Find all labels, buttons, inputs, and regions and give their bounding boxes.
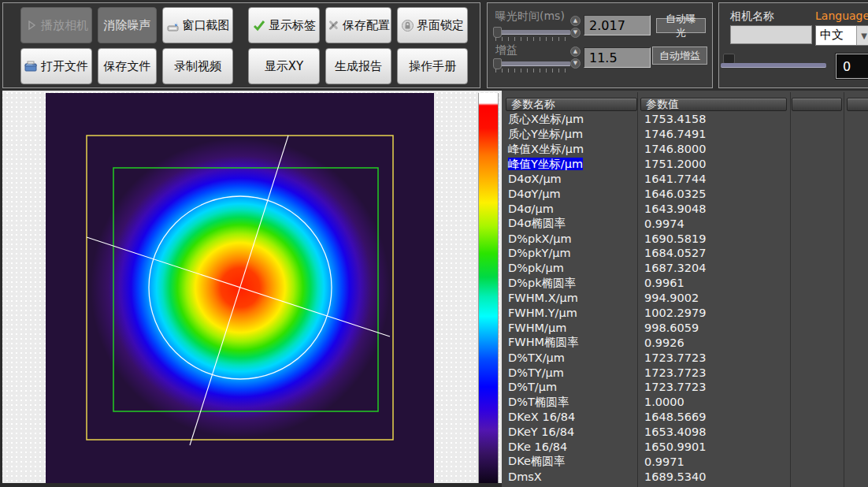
- toolbar-button-group: 播放相机消除噪声窗口截图显示标签保存配置界面锁定 打开文件保存文件录制视频显示X…: [2, 2, 480, 88]
- language-label: Language: [815, 9, 868, 22]
- record-video-button[interactable]: 录制视频: [162, 48, 233, 84]
- param-name[interactable]: FWHM.X/μm: [502, 292, 638, 304]
- param-value: 1.0000: [638, 396, 684, 408]
- show-xy-button[interactable]: 显示XY: [248, 48, 320, 84]
- exposure-slider-thumb[interactable]: [493, 27, 502, 38]
- param-name[interactable]: D4σ/μm: [502, 203, 638, 215]
- camera-slider-value[interactable]: 0: [836, 54, 868, 79]
- table-row[interactable]: DKeY 16/841653.4098: [502, 425, 868, 440]
- table-header-extra2[interactable]: [847, 98, 868, 111]
- param-name[interactable]: DKeY 16/84: [502, 426, 638, 438]
- table-row[interactable]: DmsX1689.5340: [502, 469, 868, 484]
- param-name[interactable]: DKeX 16/84: [502, 411, 638, 423]
- table-row[interactable]: FWHM/μm998.6059: [502, 320, 868, 335]
- table-header-value[interactable]: 参数值: [640, 98, 787, 111]
- table-row[interactable]: DKe 16/841650.9901: [502, 440, 868, 455]
- param-value: 0.9926: [638, 336, 684, 349]
- table-row[interactable]: D%pk/μm1687.3204: [502, 261, 868, 276]
- table-row[interactable]: FWHM.Y/μm1002.2979: [502, 306, 868, 321]
- gain-value-field[interactable]: 11.5: [584, 47, 651, 68]
- param-name[interactable]: DmsX: [502, 470, 638, 483]
- param-value: 1746.7491: [638, 128, 706, 140]
- param-name[interactable]: FWHM/μm: [502, 322, 638, 334]
- user-manual-button[interactable]: 操作手册: [397, 48, 468, 84]
- param-value: 1723.7723: [638, 366, 706, 379]
- gain-spin-up-icon[interactable]: ▲: [570, 46, 581, 57]
- param-name[interactable]: FWHM.Y/μm: [502, 307, 638, 319]
- camera-slider[interactable]: [721, 63, 826, 68]
- record-video-button-label: 录制视频: [174, 59, 221, 74]
- table-row[interactable]: 质心X坐标/μm1753.4158: [502, 112, 868, 127]
- param-name[interactable]: 质心X坐标/μm: [502, 112, 638, 127]
- lock-ui-button-label: 界面锁定: [417, 18, 464, 33]
- chevron-down-icon[interactable]: ▼: [856, 26, 868, 45]
- table-row[interactable]: D4σ/μm1643.9048: [502, 201, 868, 216]
- table-header-extra1[interactable]: [792, 98, 842, 111]
- table-row[interactable]: 质心Y坐标/μm1746.7491: [502, 127, 868, 142]
- param-name[interactable]: D%TX/μm: [502, 351, 638, 364]
- screenshot-icon: [166, 19, 180, 32]
- param-value: 1689.5340: [638, 470, 706, 483]
- param-name[interactable]: D%pk椭圆率: [502, 276, 638, 291]
- open-file-button[interactable]: 打开文件: [20, 48, 92, 84]
- lock-ui-button[interactable]: 界面锁定: [397, 7, 468, 43]
- save-config-button[interactable]: 保存配置: [325, 7, 391, 43]
- table-row[interactable]: D4σ椭圆率0.9974: [502, 216, 868, 231]
- param-name[interactable]: FWHM椭圆率: [502, 335, 638, 350]
- generate-report-button[interactable]: 生成报告: [325, 48, 391, 84]
- param-name[interactable]: DKe椭圆率: [502, 454, 638, 469]
- camera-name-label: 相机名称: [730, 9, 774, 24]
- auto-gain-button[interactable]: 自动增益: [652, 46, 707, 65]
- table-row[interactable]: D%TX/μm1723.7723: [502, 350, 868, 365]
- table-header-name[interactable]: 参数名称: [506, 98, 637, 111]
- table-row[interactable]: DKe椭圆率0.9971: [502, 454, 868, 469]
- param-name[interactable]: D4σX/μm: [502, 173, 638, 185]
- gain-slider-thumb[interactable]: [493, 58, 502, 69]
- param-name[interactable]: D%T/μm: [502, 381, 638, 393]
- param-name[interactable]: D%pk/μm: [502, 262, 638, 274]
- table-row[interactable]: D%TY/μm1723.7723: [502, 365, 868, 380]
- param-value: 1648.5669: [638, 411, 706, 423]
- denoise-button[interactable]: 消除噪声: [98, 7, 157, 43]
- save-file-button[interactable]: 保存文件: [98, 48, 157, 84]
- play-camera-button[interactable]: 播放相机: [20, 7, 92, 43]
- table-row[interactable]: D%T/μm1723.7723: [502, 380, 868, 395]
- open-file-icon: [24, 60, 38, 73]
- param-name[interactable]: D%TY/μm: [502, 366, 638, 379]
- show-labels-button[interactable]: 显示标签: [248, 7, 320, 43]
- language-select[interactable]: 中文 ▼: [815, 25, 868, 46]
- gain-spin-down-icon[interactable]: ▼: [570, 58, 581, 69]
- exposure-spin-up-icon[interactable]: ▲: [570, 16, 581, 26]
- param-value: 1746.8000: [638, 143, 706, 155]
- table-row[interactable]: D%T椭圆率1.0000: [502, 395, 868, 410]
- param-name[interactable]: D%pkY/μm: [502, 247, 638, 259]
- param-name[interactable]: 质心Y坐标/μm: [502, 127, 638, 142]
- table-row[interactable]: D4σX/μm1641.7744: [502, 172, 868, 187]
- param-name[interactable]: DKe 16/84: [502, 441, 638, 453]
- exposure-value-field[interactable]: 2.017: [584, 15, 651, 35]
- table-row[interactable]: 峰值Y坐标/μm1751.2000: [502, 157, 868, 172]
- param-name[interactable]: D4σ椭圆率: [502, 216, 638, 231]
- table-row[interactable]: FWHM椭圆率0.9926: [502, 335, 868, 350]
- table-row[interactable]: D%pkY/μm1684.0527: [502, 246, 868, 261]
- camera-name-input[interactable]: [730, 25, 812, 44]
- table-row[interactable]: FWHM.X/μm994.9002: [502, 291, 868, 306]
- param-name[interactable]: 峰值Y坐标/μm: [502, 157, 638, 172]
- table-row[interactable]: D%pk椭圆率0.9961: [502, 276, 868, 291]
- table-row[interactable]: 峰值X坐标/μm1746.8000: [502, 142, 868, 157]
- auto-exposure-button[interactable]: 自动曝光: [656, 18, 706, 33]
- exposure-time-label: 曝光时间(ms): [495, 9, 565, 24]
- table-row[interactable]: D%pkX/μm1690.5819: [502, 231, 868, 246]
- table-row[interactable]: DKeX 16/841648.5669: [502, 410, 868, 425]
- param-name[interactable]: D%pkX/μm: [502, 232, 638, 245]
- param-value: 1751.2000: [638, 158, 706, 170]
- param-name[interactable]: D4σY/μm: [502, 188, 638, 200]
- gain-slider[interactable]: [493, 61, 570, 66]
- exposure-slider[interactable]: [493, 30, 570, 35]
- window-screenshot-button[interactable]: 窗口截图: [162, 7, 233, 43]
- show-labels-button-label: 显示标签: [269, 18, 316, 33]
- param-name[interactable]: D%T椭圆率: [502, 395, 638, 410]
- table-row[interactable]: D4σY/μm1646.0325: [502, 186, 868, 201]
- exposure-spin-down-icon[interactable]: ▼: [570, 28, 581, 38]
- param-name[interactable]: 峰值X坐标/μm: [502, 142, 638, 157]
